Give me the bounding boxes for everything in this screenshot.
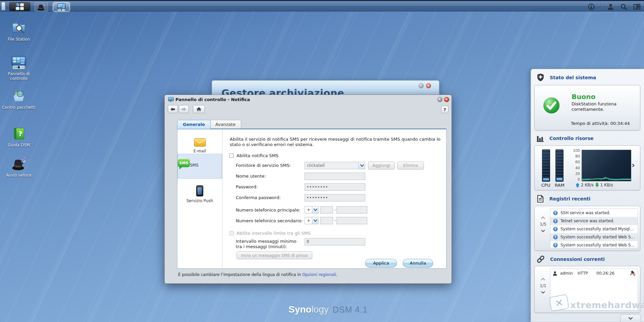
primary-area-code-input[interactable] [320,206,333,214]
secondary-country-code-select[interactable]: + [305,217,319,224]
password-input[interactable] [305,183,365,191]
taskbar-separator [601,3,601,10]
taskbar-quick-launch-button[interactable] [35,2,48,11]
username-label: Nome utente: [236,174,266,179]
sms-provider-select[interactable]: clickatell [305,162,365,169]
connection-user: admin [560,271,575,276]
recent-logs-widget: 1/5 SSH service was started. Telnet serv… [534,206,640,251]
connections-pager: 1/1 [539,278,547,294]
sidebar-item-sms[interactable]: SMS SMS [177,154,222,179]
search-icon[interactable] [620,3,627,10]
user-icon [552,271,557,276]
widget-panel: Stato del sistema Buono DiskStation funz… [531,69,644,322]
pager-up-icon[interactable] [541,278,545,280]
forward-button[interactable] [179,105,189,113]
tab-avanzate[interactable]: Avanzate [210,120,241,129]
desktop-icon-label: Centro pacchetti [2,105,36,110]
minimize-button[interactable] [419,83,424,88]
desktop-icon-label: File Station [2,37,36,42]
info-icon [553,219,558,223]
storage-manager-window[interactable]: Gestore archiviazione × [212,80,439,95]
desktop-icon-file-station[interactable]: File Station [2,20,36,42]
help-button[interactable]: ? [441,106,448,113]
sidebar-item-push-service[interactable]: Servizio Push [177,182,222,203]
primary-phone-input[interactable] [336,206,367,214]
home-button[interactable] [193,105,205,113]
cpu-gauge [542,149,550,182]
back-button[interactable] [168,105,178,113]
connection-protocol: HTTP [578,271,594,276]
pager-down-icon[interactable] [541,230,545,232]
secondary-phone-label: Numero telefonico secondario: [236,218,303,224]
desktop-icon-control-panel[interactable]: Pannello di controllo [2,55,36,81]
recent-logs-header: Registri recenti [536,195,590,203]
connection-list: admin HTTP 00:26:26 [550,269,638,310]
primary-phone-label: Numero telefonico principale: [236,208,301,213]
control-panel-icon [11,55,26,70]
enable-sms-interval-label: Abilita intervallo limite tra gli SMS [236,231,311,236]
notification-sidebar: E-mail SMS SMS Servizio Push [177,129,222,268]
show-desktop-button[interactable] [1,2,5,10]
resource-monitor-widget: CPU RAM 100 80 60 40 20 0 2 KB/s 1 KB/s [534,145,640,190]
desktop-icon-dsm-help[interactable]: Guida DSM [2,126,36,147]
close-button[interactable]: × [444,97,449,102]
bar-chart-icon [536,134,544,142]
info-icon [553,211,558,215]
widget-collapse-tab[interactable] [620,314,641,322]
enable-sms-interval-checkbox[interactable] [229,231,234,235]
desktop-icon-quick-start[interactable]: Avvio veloce [2,156,36,178]
taskbar-control-panel-task-button[interactable] [53,2,70,11]
log-row: System successfully started Web S... [550,233,638,241]
pilot-view-icon[interactable] [633,3,641,10]
delete-provider-button[interactable]: Elimina [397,162,424,170]
info-icon [553,235,558,239]
info-icon [553,243,558,247]
info-icon[interactable] [588,3,595,10]
sms-description: Abilita il servizio di notifica SMS per … [230,137,447,147]
secondary-area-code-input[interactable] [320,217,333,224]
status-ok-icon [543,97,560,114]
pager-position: 1/1 [539,283,547,288]
minimize-button[interactable] [437,97,442,102]
pager-up-icon[interactable] [541,216,545,219]
interval-input[interactable] [305,238,365,245]
magic-hat-icon [11,156,26,172]
uptime: Tempo di attività: 00:34:44 [571,121,630,126]
connection-time: 00:26:26 [596,271,620,276]
connections-widget: 1/1 admin HTTP 00:26:26 [534,266,640,313]
main-menu-button[interactable] [9,2,30,11]
network-throughput: 2 KB/s 1 KB/s [576,183,613,187]
cancel-button[interactable]: Annulla [403,259,433,267]
log-list: SSH service was started. Telnet service … [550,209,638,248]
secondary-phone-input[interactable] [336,217,367,224]
pager-down-icon[interactable] [541,291,545,294]
disconnect-icon[interactable] [630,271,636,276]
control-panel-icon [168,97,174,102]
close-button[interactable]: × [426,83,431,88]
magic-hat-icon [37,3,46,11]
add-provider-button[interactable]: Aggiungi [368,162,395,170]
log-row: SSH service was started. [550,209,638,217]
system-health-widget: Buono DiskStation funziona correttamente… [534,85,640,131]
confirm-password-input[interactable] [305,194,365,201]
health-description: DiskStation funziona correttamente. [572,101,630,112]
sidebar-item-email[interactable]: E-mail [177,132,222,153]
chevron-down-icon [628,317,633,320]
primary-country-code-select[interactable]: + [305,206,319,214]
tab-generale[interactable]: Generale [177,120,211,129]
system-health-header: Stato del sistema [536,73,596,82]
dsm-help-icon [11,126,26,141]
dialog-title-bar[interactable]: Pannello di controllo - Notifica × [165,95,451,104]
user-icon[interactable] [607,3,614,10]
control-panel-icon [57,3,66,11]
pager-position: 1/5 [539,222,547,227]
desktop-icon-package-center[interactable]: Centro pacchetti [2,88,36,110]
enable-sms-checkbox[interactable] [229,153,234,158]
back-arrow-icon [170,107,175,111]
username-input[interactable] [305,173,365,180]
apply-button[interactable]: Applica [365,259,397,267]
regional-options-link[interactable]: Opzioni regionali [302,272,336,277]
connection-row: admin HTTP 00:26:26 [550,269,638,278]
resource-expand-chevron[interactable]: › [632,160,635,170]
send-test-sms-button[interactable]: Invia un messaggio SMS di prova [236,251,312,259]
